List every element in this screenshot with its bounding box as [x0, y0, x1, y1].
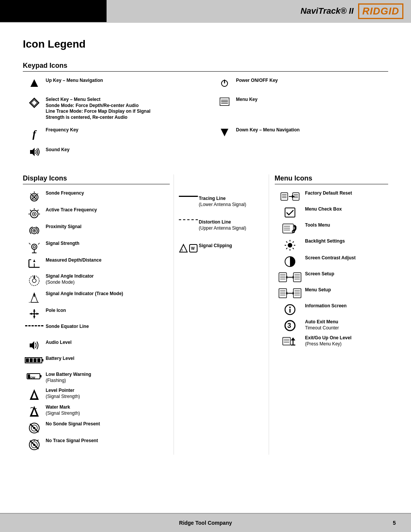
menu-contrast: Screen Contrast Adjust	[275, 255, 388, 267]
display-icons-col: Display Icons Sonde	[23, 174, 174, 455]
display-water-mark: Water Mark(Signal Strength)	[23, 404, 170, 417]
display-menu-row: Display Icons Sonde	[23, 174, 388, 455]
no-sonde-icon	[23, 421, 46, 434]
sound-icon	[23, 147, 46, 157]
svg-rect-119	[293, 273, 301, 282]
depth-distance-icon	[23, 257, 46, 269]
svg-marker-42	[33, 260, 35, 262]
display-level-pointer: Level Pointer(Signal Strength)	[23, 388, 170, 401]
down-arrow-icon	[213, 127, 236, 137]
menu-tools: Tools Menu	[275, 222, 388, 235]
power-icon	[213, 78, 236, 88]
info-screen-label: Information Screen	[305, 303, 388, 309]
svg-marker-49	[33, 292, 35, 295]
svg-marker-54	[33, 316, 35, 318]
exit-up-label: Exit/Go Up One Level(Press Menu Key)	[305, 335, 388, 347]
svg-line-108	[293, 241, 294, 243]
svg-rect-63	[37, 358, 40, 362]
display-no-trace: No Trace Signal Present	[23, 438, 170, 451]
header-gray-bar: NaviTrack® II RIDGID	[107, 0, 411, 22]
battery-level-label: Battery Level	[46, 356, 170, 362]
info-screen-icon	[275, 303, 305, 315]
keypad-section-title: Keypad Icons	[23, 62, 388, 72]
menu-bars-icon	[213, 97, 236, 106]
signal-angle-sonde-icon	[23, 273, 46, 287]
pole-label: Pole Icon	[46, 308, 170, 314]
header-black-bar	[0, 0, 107, 22]
page-title: Icon Legend	[23, 38, 388, 50]
svg-rect-61	[30, 358, 33, 362]
signal-angle-trace-icon	[23, 291, 46, 304]
screen-setup-icon	[275, 271, 305, 283]
svg-rect-65	[40, 375, 41, 377]
frequency-f-icon: f	[23, 127, 46, 140]
svg-rect-142	[283, 337, 290, 345]
audio-level-icon	[23, 340, 46, 350]
water-mark-label: Water Mark(Signal Strength)	[46, 404, 170, 416]
svg-rect-124	[279, 289, 287, 298]
display-low-battery: LOW Low Battery Warning(Flashing)	[23, 372, 170, 384]
menu-factory-reset: Factory Default Reset	[275, 190, 388, 203]
svg-line-33	[29, 243, 30, 244]
svg-marker-57	[30, 341, 34, 350]
tracing-line-label: Tracing Line(Lower Antenna Signal)	[199, 196, 264, 208]
up-key-label: Up Key – Menu Navigation	[46, 78, 198, 84]
keypad-grid: Up Key – Menu Navigation Power ON/OFF Ke…	[23, 78, 388, 163]
svg-line-34	[38, 243, 40, 244]
level-pointer-icon	[23, 388, 46, 401]
no-sonde-label: No Sonde Signal Present	[46, 421, 170, 427]
tools-menu-label: Tools Menu	[305, 222, 388, 228]
tools-menu-icon	[275, 222, 305, 234]
display-depth: Measured Depth/Distance	[23, 257, 170, 270]
keypad-item-select: Select Key – Menu Select Sonde Mode: For…	[23, 97, 198, 120]
sound-key-label: Sound Key	[46, 147, 198, 153]
menu-auto-exit: 3 Auto Exit MenuTimeout Counter	[275, 319, 388, 331]
display-signal-angle-trace: Signal Angle Indicator (Trace Mode)	[23, 291, 170, 304]
svg-point-44	[32, 279, 36, 283]
svg-line-16	[37, 193, 38, 194]
svg-rect-62	[33, 358, 37, 362]
up-arrow-icon	[23, 78, 46, 88]
select-diamond-icon	[23, 97, 46, 108]
display-sonde-equator: Sonde Equator Line	[23, 324, 170, 336]
svg-rect-132	[293, 289, 301, 298]
svg-marker-53	[33, 309, 35, 312]
pole-icon	[23, 308, 46, 319]
svg-line-25	[30, 210, 31, 211]
signal-strength-icon	[23, 241, 46, 254]
svg-marker-10	[221, 129, 228, 136]
keypad-item-frequency: f Frequency Key	[23, 127, 198, 140]
exit-up-icon	[275, 335, 305, 347]
svg-line-24	[37, 210, 38, 211]
proximity-signal-label: Proximity Signal	[46, 224, 170, 230]
menu-screen-setup: Screen Setup	[275, 271, 388, 283]
menu-setup: Menu Setup	[275, 287, 388, 299]
ridgid-logo: RIDGID	[358, 3, 403, 19]
svg-marker-0	[30, 79, 38, 87]
page-footer: Ridge Tool Company 5	[0, 513, 411, 532]
display-signal-angle-sonde: Signal Angle Indicator(Sonde Mode)	[23, 273, 170, 287]
auto-exit-icon: 3	[275, 319, 305, 331]
tracing-line-icon	[178, 196, 199, 197]
signal-clipping-icon: ! W	[178, 243, 199, 254]
display-audio-level: Audio Level	[23, 340, 170, 352]
menu-info-screen: Information Screen	[275, 303, 388, 315]
frequency-key-label: Frequency Key	[46, 127, 198, 133]
display-active-trace: Active Trace Frequency	[23, 207, 170, 220]
sonde-frequency-label: Sonde Frequency	[46, 190, 170, 197]
low-battery-icon: LOW	[23, 372, 46, 380]
battery-level-icon	[23, 356, 46, 364]
sonde-frequency-icon	[23, 190, 46, 203]
svg-marker-11	[30, 148, 35, 156]
contrast-label: Screen Contrast Adjust	[305, 255, 388, 261]
display-pole: Pole Icon	[23, 308, 170, 320]
backlight-label: Backlight Settings	[305, 238, 388, 244]
display-no-sonde: No Sonde Signal Present	[23, 421, 170, 434]
menu-section-title: Menu Icons	[275, 174, 388, 184]
svg-marker-147	[291, 337, 295, 340]
svg-rect-60	[26, 358, 29, 362]
footer-page-number: 5	[393, 520, 396, 526]
svg-line-106	[286, 241, 287, 243]
backlight-icon	[275, 238, 305, 251]
svg-text:!: !	[182, 248, 183, 252]
